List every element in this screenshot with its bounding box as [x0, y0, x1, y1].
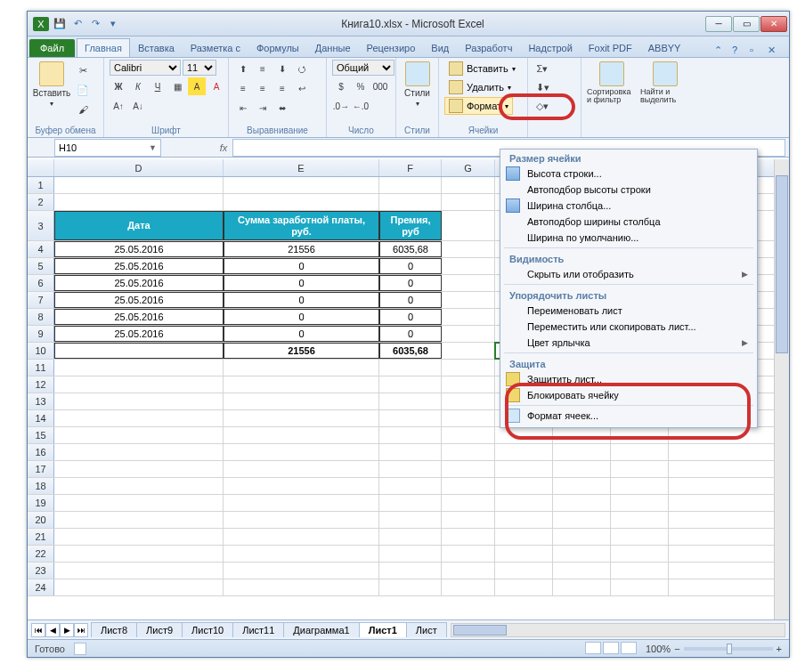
- cell-E2[interactable]: [224, 194, 379, 210]
- menu-autofit-col[interactable]: Автоподбор ширины столбца: [500, 214, 757, 230]
- cell-G8[interactable]: [442, 309, 495, 325]
- cell-I23[interactable]: [553, 563, 611, 579]
- cell-F5[interactable]: 0: [379, 258, 442, 274]
- close-workbook-icon[interactable]: ✕: [768, 45, 780, 57]
- cell-E12[interactable]: [224, 376, 379, 393]
- cell-G20[interactable]: [442, 512, 495, 528]
- ribbon-tab-abbyy[interactable]: ABBYY: [640, 38, 689, 57]
- cell-E11[interactable]: [224, 360, 379, 376]
- cell-F19[interactable]: [379, 495, 442, 511]
- fx-icon[interactable]: fx: [215, 142, 232, 153]
- insert-cells-button[interactable]: Вставить▾: [444, 60, 520, 77]
- cell-J24[interactable]: [611, 579, 669, 595]
- styles-button[interactable]: Стили▾: [402, 60, 433, 108]
- sheet-tab-Лист[interactable]: Лист: [406, 622, 447, 637]
- menu-rename-sheet[interactable]: Переименовать лист: [500, 303, 757, 319]
- cell-D24[interactable]: [54, 579, 224, 595]
- row-header[interactable]: 16: [28, 444, 54, 460]
- italic-button[interactable]: К: [129, 77, 147, 95]
- cell-F16[interactable]: [379, 444, 442, 460]
- cell-F21[interactable]: [379, 529, 442, 545]
- cell-I20[interactable]: [553, 512, 611, 528]
- cell-J20[interactable]: [611, 512, 669, 528]
- vertical-scrollbar[interactable]: [774, 159, 789, 619]
- increase-decimal-icon[interactable]: .0→: [332, 97, 350, 115]
- cell-G2[interactable]: [442, 194, 495, 210]
- page-layout-view-icon[interactable]: [603, 642, 619, 654]
- zoom-level[interactable]: 100%: [646, 644, 671, 654]
- menu-lock-cell[interactable]: Блокировать ячейку: [500, 387, 757, 403]
- cell-D10[interactable]: [54, 343, 224, 359]
- maximize-button[interactable]: ▭: [733, 16, 760, 32]
- cell-E8[interactable]: 0: [224, 309, 379, 325]
- cell-I19[interactable]: [553, 495, 611, 511]
- cell-H24[interactable]: [495, 579, 553, 595]
- undo-icon[interactable]: ↶: [70, 17, 85, 31]
- cell-F3[interactable]: Премия, руб: [379, 211, 442, 240]
- row-header[interactable]: 21: [28, 529, 54, 545]
- zoom-in-icon[interactable]: +: [777, 644, 782, 654]
- ribbon-tab-рецензиро[interactable]: Рецензиро: [359, 38, 424, 57]
- number-format-combo[interactable]: Общий: [332, 60, 394, 76]
- save-icon[interactable]: 💾: [53, 17, 67, 31]
- cell-D8[interactable]: 25.05.2016: [54, 309, 224, 325]
- cell-J18[interactable]: [611, 478, 669, 494]
- cell-G15[interactable]: [442, 427, 495, 443]
- cell-J23[interactable]: [611, 563, 669, 579]
- help-icon[interactable]: ?: [732, 45, 744, 57]
- delete-cells-button[interactable]: Удалить▾: [444, 78, 516, 96]
- align-top-icon[interactable]: ⬆: [234, 60, 252, 77]
- cut-icon[interactable]: ✂: [74, 61, 92, 79]
- row-header[interactable]: 24: [28, 579, 54, 595]
- cell-E5[interactable]: 0: [224, 258, 379, 274]
- menu-move-copy[interactable]: Переместить или скопировать лист...: [500, 319, 757, 335]
- cell-F6[interactable]: 0: [379, 275, 442, 291]
- autosum-icon[interactable]: Σ▾: [533, 60, 551, 77]
- cell-D5[interactable]: 25.05.2016: [54, 258, 224, 274]
- cell-D15[interactable]: [54, 427, 224, 443]
- cell-G10[interactable]: [442, 343, 495, 359]
- cell-D7[interactable]: 25.05.2016: [54, 292, 224, 308]
- menu-row-height[interactable]: Высота строки...: [500, 166, 757, 182]
- cell-F11[interactable]: [379, 360, 442, 376]
- zoom-slider[interactable]: [684, 647, 773, 651]
- cell-F10[interactable]: 6035,68: [379, 343, 442, 359]
- decrease-decimal-icon[interactable]: ←.0: [352, 97, 370, 115]
- cell-E7[interactable]: 0: [224, 292, 379, 308]
- cell-G19[interactable]: [442, 495, 495, 511]
- percent-icon[interactable]: %: [352, 77, 370, 95]
- orientation-icon[interactable]: ⭯: [293, 60, 311, 77]
- cell-E6[interactable]: 0: [224, 275, 379, 291]
- cell-G24[interactable]: [442, 579, 495, 595]
- row-header[interactable]: 2: [28, 194, 54, 210]
- cell-G9[interactable]: [442, 326, 495, 342]
- cell-E1[interactable]: [224, 177, 379, 193]
- cell-H23[interactable]: [495, 563, 553, 579]
- cell-D23[interactable]: [54, 563, 224, 579]
- cell-E10[interactable]: 21556: [224, 343, 379, 359]
- cell-E4[interactable]: 21556: [224, 241, 379, 257]
- cell-G13[interactable]: [442, 393, 495, 409]
- row-header[interactable]: 7: [28, 292, 54, 308]
- align-bottom-icon[interactable]: ⬇: [273, 60, 291, 77]
- cell-F18[interactable]: [379, 478, 442, 494]
- hscroll-thumb[interactable]: [453, 625, 507, 636]
- cell-J16[interactable]: [611, 444, 669, 460]
- sheet-first-icon[interactable]: ⏮: [31, 623, 45, 637]
- cell-H20[interactable]: [495, 512, 553, 528]
- zoom-thumb[interactable]: [727, 644, 732, 654]
- menu-autofit-row[interactable]: Автоподбор высоты строки: [500, 182, 757, 198]
- cell-J15[interactable]: [611, 427, 669, 443]
- format-cells-button[interactable]: Формат▾: [444, 97, 513, 115]
- cell-F17[interactable]: [379, 461, 442, 477]
- sheet-prev-icon[interactable]: ◀: [45, 623, 60, 637]
- cell-D17[interactable]: [54, 461, 224, 477]
- cell-J22[interactable]: [611, 546, 669, 562]
- row-header[interactable]: 8: [28, 309, 54, 325]
- font-name-combo[interactable]: Calibri: [110, 60, 181, 76]
- row-header[interactable]: 6: [28, 275, 54, 291]
- cell-G11[interactable]: [442, 360, 495, 376]
- macro-record-icon[interactable]: [74, 643, 86, 655]
- cell-I17[interactable]: [553, 461, 611, 477]
- cell-D13[interactable]: [54, 393, 224, 409]
